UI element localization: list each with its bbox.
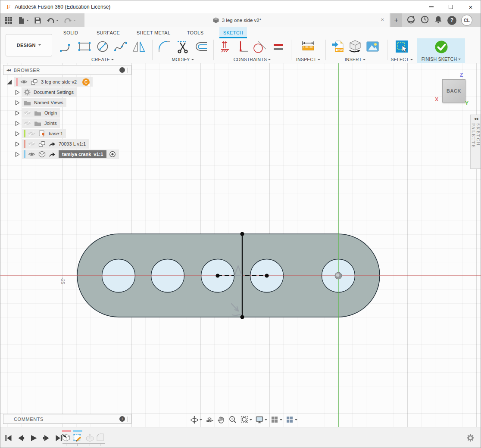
select-tool-button[interactable] [394,39,409,56]
new-tab-button[interactable]: + [390,13,402,27]
timeline-feature-extrude[interactable] [85,433,94,442]
tangent-constraint-button[interactable] [251,39,269,56]
display-settings-button[interactable] [254,415,268,424]
close-button[interactable]: × [461,0,481,13]
expand-collapsed-icon[interactable] [15,141,20,147]
viewcube[interactable]: BACK [442,79,465,103]
mirror-tool-button[interactable] [131,39,147,56]
eye-hidden-icon[interactable] [24,121,31,126]
fillet-tool-button[interactable] [156,39,173,56]
undo-button[interactable] [45,14,60,26]
file-menu-button[interactable] [16,14,31,26]
insert-group-label[interactable]: INSERT [345,57,366,62]
trim-tool-button[interactable] [175,39,191,56]
tab-solid[interactable]: SOLID [61,27,81,38]
panel-drag-handle[interactable] [128,68,129,73]
insert-mesh-button[interactable] [347,39,363,56]
eye-hidden-icon[interactable] [28,131,35,136]
go-to-start-button[interactable] [4,433,13,443]
minimize-panel-icon[interactable]: − [119,67,125,73]
eye-hidden-icon[interactable] [28,141,35,146]
help-button[interactable]: ? [447,16,456,25]
create-group-label[interactable]: CREATE [91,57,114,62]
measure-tool-button[interactable] [300,39,316,56]
app-grid-button[interactable] [3,14,14,26]
account-avatar[interactable]: CL [461,15,472,26]
job-status-button[interactable] [420,15,429,25]
notifications-button[interactable] [434,15,443,25]
step-back-button[interactable] [16,433,26,443]
equal-constraint-button[interactable] [271,39,286,56]
browser-item-70093[interactable]: 70093 L v1:1 [15,139,89,149]
eye-visible-icon[interactable] [28,152,35,157]
browser-header[interactable]: ◀◀ BROWSER − [3,65,131,75]
timeline-feature-derive[interactable] [62,433,71,442]
browser-item-document-settings[interactable]: Document Settings [15,87,77,97]
redo-button[interactable] [62,14,78,26]
tab-surface[interactable]: SURFACE [95,27,121,38]
fit-button[interactable] [239,415,253,424]
tab-sheet-metal[interactable]: SHEET METAL [136,27,171,38]
workspace-switcher[interactable]: DESIGN [6,34,52,56]
offset-tool-button[interactable] [193,39,209,56]
pan-button[interactable] [216,415,226,424]
constraints-group-label[interactable]: CONSTRAINTS [234,57,271,62]
modify-group-label[interactable]: MODIFY [172,57,194,62]
zoom-button[interactable] [228,415,238,424]
fix-constraint-button[interactable] [219,39,233,56]
expand-collapsed-icon[interactable] [15,121,20,126]
inspect-group-label[interactable]: INSPECT [296,57,320,62]
tab-sketch[interactable]: SKETCH [219,27,247,38]
orbit-button[interactable] [189,415,203,424]
model-canvas[interactable]: -25 ◀◀ BROWSER − 3 leg one side v2 C [0,63,481,427]
expand-palette-icon[interactable]: ◀◀ [474,117,478,121]
insert-svg-button[interactable]: SVG [330,39,346,56]
viewports-button[interactable] [284,415,298,424]
finish-sketch-button[interactable] [434,39,449,56]
vertical-horizontal-constraint-button[interactable] [235,39,250,56]
sketch-geometry[interactable]: -25 [0,63,481,427]
browser-item-base[interactable]: base:1 [15,128,66,139]
rectangle-tool-button[interactable] [76,39,93,56]
eye-visible-icon[interactable] [20,79,28,84]
close-tab-icon[interactable]: × [381,17,384,22]
finish-sketch-label[interactable]: FINISH SKETCH [422,56,461,62]
line-endpoint-top[interactable] [240,232,244,236]
expand-collapsed-icon[interactable] [15,90,20,95]
browser-item-joints[interactable]: Joints [15,118,60,128]
step-forward-button[interactable] [41,433,51,443]
timeline-track[interactable] [62,443,105,444]
viewcube-face-back[interactable]: BACK [447,88,461,93]
browser-item-origin[interactable]: Origin [15,108,60,118]
line-endpoint-bottom[interactable] [240,315,244,319]
tab-tools[interactable]: TOOLS [186,27,205,38]
circle-center-point-4[interactable] [265,274,269,277]
maximize-button[interactable] [441,0,461,13]
play-button[interactable] [29,433,38,443]
circle-center-point-3[interactable] [216,274,219,277]
collapse-expanded-icon[interactable] [6,79,12,85]
eye-hidden-icon[interactable] [24,110,31,115]
timeline-settings-button[interactable] [466,434,475,443]
spline-tool-button[interactable] [112,39,129,56]
look-at-button[interactable] [204,415,215,424]
cloud-status-icon[interactable]: C [82,78,90,86]
timeline-feature-fillet[interactable] [96,433,105,442]
minimize-button[interactable] [421,0,441,13]
expand-collapsed-icon[interactable] [15,100,20,106]
activate-component-radio-icon[interactable] [109,151,116,158]
panel-drag-handle[interactable] [128,417,129,422]
save-button[interactable] [32,14,43,26]
browser-item-root[interactable]: 3 leg one side v2 C [6,77,93,87]
circle-tool-button[interactable] [94,39,111,56]
browser-item-named-views[interactable]: Named Views [15,97,66,108]
add-comment-icon[interactable]: + [119,416,125,422]
document-tab[interactable]: 3 leg one side v2* × [84,13,390,27]
extensions-button[interactable] [406,15,415,25]
expand-collapsed-icon[interactable] [15,110,20,116]
expand-collapsed-icon[interactable] [15,152,20,157]
expand-collapsed-icon[interactable] [15,131,20,137]
sketch-palette-tab[interactable]: ◀◀ SKETCH PALETTE [470,115,481,169]
insert-canvas-button[interactable] [365,39,380,56]
select-group-label[interactable]: SELECT [390,57,412,62]
